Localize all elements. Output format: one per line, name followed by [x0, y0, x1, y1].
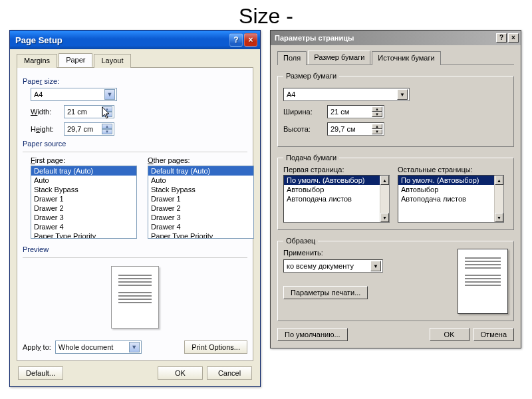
- paper-size-combo[interactable]: A4 ▼: [31, 88, 117, 101]
- spin-up-icon[interactable]: ▲: [102, 124, 112, 129]
- paper-size-label: Paper size:: [23, 77, 247, 85]
- window-title: Page Setup: [15, 35, 63, 45]
- apply-combo[interactable]: ко всему документу ▼: [283, 259, 383, 273]
- list-item[interactable]: Drawer 1: [148, 194, 253, 203]
- sample-group: Образец Применить: ко всему документу ▼ …: [277, 237, 514, 321]
- titlebar: Page Setup ? ×: [10, 31, 260, 49]
- other-pages-listbox[interactable]: По умолч. (Автовыбор) Автовыбор Автопода…: [398, 175, 504, 223]
- list-item[interactable]: Auto: [148, 176, 253, 185]
- paper-size-group-label: Размер бумаги: [283, 72, 339, 80]
- height-label: Высота:: [283, 125, 323, 133]
- width-label: Width:: [31, 108, 61, 116]
- spin-up-icon[interactable]: ▲: [102, 106, 112, 112]
- print-params-button[interactable]: Параметры печати...: [283, 286, 368, 299]
- list-item[interactable]: Drawer 3: [31, 213, 136, 222]
- list-item[interactable]: Автовыбор: [284, 185, 389, 194]
- scroll-up-icon[interactable]: ▲: [380, 176, 389, 185]
- paper-size-value: A4: [34, 90, 43, 98]
- tab-layout[interactable]: Layout: [94, 54, 130, 68]
- width-label: Ширина:: [283, 108, 323, 116]
- list-item[interactable]: По умолч. (Автовыбор): [398, 176, 503, 185]
- first-page-label: Первая страница:: [283, 166, 390, 174]
- spin-down-icon[interactable]: ▼: [372, 112, 382, 117]
- list-item[interactable]: Stack Bypass: [148, 185, 253, 194]
- page-title: Size -: [0, 0, 532, 30]
- list-item[interactable]: Drawer 2: [31, 203, 136, 213]
- list-item[interactable]: Default tray (Auto): [31, 166, 136, 176]
- paper-size-value: A4: [287, 90, 295, 98]
- tab-paper[interactable]: Paper: [59, 53, 92, 67]
- tab-razmer-bumagi[interactable]: Размер бумаги: [308, 51, 370, 65]
- scrollbar[interactable]: ▲ ▼: [494, 176, 503, 222]
- other-pages-listbox[interactable]: Default tray (Auto) Auto Stack Bypass Dr…: [148, 166, 254, 239]
- paper-source-group: Подача бумаги Первая страница: По умолч.…: [277, 154, 514, 230]
- scroll-down-icon[interactable]: ▼: [380, 213, 389, 222]
- tab-margins[interactable]: Margins: [17, 54, 57, 68]
- page-setup-dialog-xp: Page Setup ? × Margins Paper Layout Pape…: [9, 30, 261, 387]
- list-item[interactable]: Drawer 4: [31, 222, 136, 231]
- tab-panel-paper: Paper size: A4 ▼ Width: 21 cm ▲ ▼: [17, 68, 253, 361]
- other-pages-label: Остальные страницы:: [398, 166, 504, 174]
- paper-source-label: Paper source: [23, 140, 247, 148]
- cancel-button[interactable]: Cancel: [207, 366, 252, 380]
- list-item[interactable]: Drawer 3: [148, 213, 253, 222]
- apply-to-combo[interactable]: Whole document ▼: [55, 340, 142, 354]
- width-spinner[interactable]: 21 cm ▲ ▼: [64, 105, 114, 118]
- list-item[interactable]: Paper Type Priority: [31, 231, 136, 239]
- scroll-up-icon[interactable]: ▲: [495, 176, 503, 185]
- sample-group-label: Образец: [283, 237, 318, 245]
- spin-down-icon[interactable]: ▼: [102, 112, 112, 117]
- page-setup-dialog-classic: Параметры страницы ? × Поля Размер бумаг…: [270, 30, 521, 348]
- width-spinner[interactable]: 21 см ▲ ▼: [327, 105, 384, 118]
- page-preview-icon: [458, 249, 508, 314]
- list-item[interactable]: По умолч. (Автовыбор): [284, 176, 389, 185]
- spin-down-icon[interactable]: ▼: [372, 129, 382, 134]
- scroll-down-icon[interactable]: ▼: [495, 213, 503, 222]
- list-item[interactable]: Автоподача листов: [398, 194, 503, 203]
- first-page-listbox[interactable]: Default tray (Auto) Auto Stack Bypass Dr…: [31, 166, 137, 239]
- list-item[interactable]: Stack Bypass: [31, 185, 136, 194]
- help-button[interactable]: ?: [496, 33, 507, 43]
- default-button[interactable]: Default...: [18, 366, 63, 380]
- preview-label: Preview: [23, 245, 247, 253]
- spin-down-icon[interactable]: ▼: [102, 129, 112, 134]
- chevron-down-icon[interactable]: ▼: [370, 261, 381, 271]
- paper-size-combo[interactable]: A4 ▼: [283, 88, 410, 101]
- tab-polya[interactable]: Поля: [277, 51, 307, 65]
- list-item[interactable]: Drawer 4: [148, 222, 253, 231]
- apply-to-value: Whole document: [59, 343, 114, 351]
- list-item[interactable]: Автовыбор: [398, 185, 503, 194]
- chevron-down-icon[interactable]: ▼: [397, 89, 408, 100]
- window-title: Параметры страницы: [275, 34, 354, 42]
- apply-value: ко всему документу: [287, 262, 354, 270]
- list-item[interactable]: Drawer 2: [148, 203, 253, 213]
- height-spinner[interactable]: 29,7 cm ▲ ▼: [64, 122, 114, 136]
- spin-up-icon[interactable]: ▲: [372, 106, 382, 112]
- print-options-button[interactable]: Print Options...: [184, 340, 247, 354]
- tab-istochnik-bumagi[interactable]: Источник бумаги: [372, 51, 440, 65]
- first-page-listbox[interactable]: По умолч. (Автовыбор) Автовыбор Автопода…: [283, 175, 390, 223]
- preview-pane: [23, 262, 247, 335]
- height-spinner[interactable]: 29,7 см ▲ ▼: [327, 122, 384, 136]
- help-button[interactable]: ?: [229, 33, 243, 47]
- ok-button[interactable]: OK: [430, 328, 469, 341]
- list-item[interactable]: Auto: [31, 176, 136, 185]
- width-value: 21 см: [331, 108, 349, 116]
- ok-button[interactable]: OK: [158, 366, 203, 380]
- default-button[interactable]: По умолчанию...: [277, 328, 348, 341]
- list-item[interactable]: Default tray (Auto): [148, 166, 253, 176]
- spin-up-icon[interactable]: ▲: [372, 124, 382, 129]
- scrollbar[interactable]: ▲ ▼: [380, 176, 389, 222]
- paper-size-group: Размер бумаги A4 ▼ Ширина: 21 см ▲ ▼: [277, 72, 514, 147]
- first-page-label: First page:: [31, 156, 137, 164]
- list-item[interactable]: Drawer 1: [31, 194, 136, 203]
- cancel-button[interactable]: Отмена: [473, 328, 514, 341]
- paper-source-group-label: Подача бумаги: [283, 154, 339, 162]
- close-button[interactable]: ×: [508, 33, 519, 43]
- chevron-down-icon[interactable]: ▼: [104, 89, 115, 100]
- list-item[interactable]: Автоподача листов: [284, 194, 389, 203]
- width-value: 21 cm: [67, 108, 87, 116]
- close-button[interactable]: ×: [244, 33, 257, 47]
- chevron-down-icon[interactable]: ▼: [129, 342, 140, 352]
- list-item[interactable]: Paper Type Priority: [148, 231, 253, 239]
